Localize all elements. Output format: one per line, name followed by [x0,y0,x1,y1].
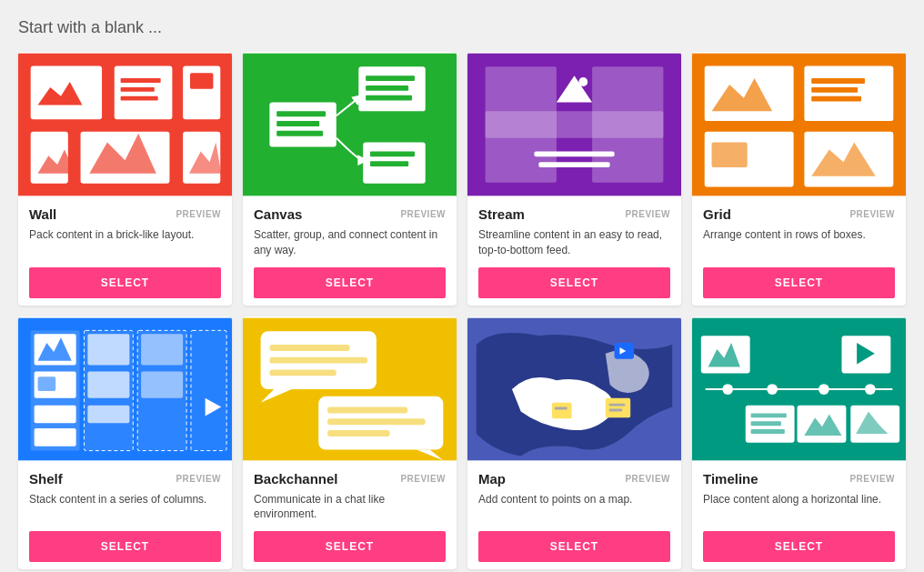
card-description-wall: Pack content in a brick-like layout. [29,227,221,258]
card-thumbnail-canvas [243,52,457,197]
svg-rect-17 [366,75,415,81]
select-button-backchannel[interactable]: SELECT [254,531,446,562]
card-name-stream: Stream [478,206,525,222]
svg-rect-26 [370,161,408,166]
svg-rect-25 [370,151,415,156]
card-thumbnail-map [467,316,681,462]
card-thumbnail-shelf [18,316,232,462]
card-body-canvas: Canvas PREVIEW Scatter, group, and conne… [243,197,457,306]
svg-point-85 [722,384,733,395]
svg-rect-21 [276,111,326,116]
layout-grid: Wall PREVIEW Pack content in a brick-lik… [18,52,906,569]
card-description-map: Add content to points on a map. [478,492,670,523]
select-button-stream[interactable]: SELECT [478,267,670,298]
card-header-stream: Stream PREVIEW [478,206,670,222]
svg-rect-74 [327,430,390,437]
card-preview-shelf[interactable]: PREVIEW [176,474,221,484]
svg-rect-34 [534,151,614,156]
svg-rect-4 [121,78,161,83]
svg-point-88 [865,384,876,395]
svg-rect-81 [552,402,572,418]
card-preview-map[interactable]: PREVIEW [625,474,670,484]
select-button-shelf[interactable]: SELECT [29,531,221,562]
page-title: Start with a blank ... [18,18,906,37]
svg-rect-5 [121,87,155,92]
svg-rect-56 [87,334,129,365]
svg-rect-41 [811,87,858,93]
card-header-canvas: Canvas PREVIEW [254,206,446,222]
card-map: Map PREVIEW Add content to points on a m… [467,316,681,570]
card-body-map: Map PREVIEW Add content to points on a m… [467,462,681,570]
svg-rect-96 [751,429,785,434]
svg-rect-67 [269,345,349,351]
svg-rect-72 [327,406,407,413]
svg-rect-73 [327,418,426,425]
svg-rect-94 [751,413,787,417]
select-button-timeline[interactable]: SELECT [703,531,895,562]
select-button-grid[interactable]: SELECT [703,267,895,298]
card-description-backchannel: Communicate in a chat like environment. [254,492,446,523]
card-header-backchannel: Backchannel PREVIEW [254,471,446,487]
svg-rect-60 [141,334,183,365]
svg-rect-53 [35,405,76,423]
svg-rect-95 [751,421,781,426]
card-preview-timeline[interactable]: PREVIEW [849,474,895,484]
card-preview-canvas[interactable]: PREVIEW [400,209,446,219]
svg-rect-35 [538,162,609,167]
card-thumbnail-wall [18,52,232,197]
card-preview-stream[interactable]: PREVIEW [625,209,670,219]
svg-rect-23 [276,131,323,136]
svg-rect-68 [269,356,367,363]
svg-rect-19 [366,95,412,101]
card-preview-grid[interactable]: PREVIEW [849,209,895,219]
card-body-backchannel: Backchannel PREVIEW Communicate in a cha… [243,462,457,570]
svg-rect-61 [141,371,183,397]
svg-rect-40 [811,78,865,84]
card-header-map: Map PREVIEW [478,471,670,487]
svg-rect-78 [606,397,630,417]
svg-rect-42 [811,96,861,102]
svg-rect-89 [701,336,750,373]
card-name-shelf: Shelf [29,471,63,487]
select-button-map[interactable]: SELECT [478,531,670,562]
svg-rect-57 [87,371,129,397]
card-body-wall: Wall PREVIEW Pack content in a brick-lik… [18,197,232,306]
svg-point-86 [767,384,778,395]
card-preview-wall[interactable]: PREVIEW [176,209,221,219]
svg-rect-18 [366,85,408,91]
card-wall: Wall PREVIEW Pack content in a brick-lik… [18,52,232,306]
card-body-shelf: Shelf PREVIEW Stack content in a series … [18,462,232,570]
card-thumbnail-grid [692,52,906,197]
select-button-wall[interactable]: SELECT [29,267,221,298]
card-canvas: Canvas PREVIEW Scatter, group, and conne… [243,52,457,306]
svg-rect-63 [191,330,226,450]
svg-rect-11 [81,132,170,184]
svg-point-87 [819,384,829,395]
svg-point-33 [578,77,588,86]
card-timeline: Timeline PREVIEW Place content along a h… [692,316,906,570]
svg-rect-80 [609,408,623,411]
card-body-stream: Stream PREVIEW Streamline content in an … [467,197,681,306]
card-header-wall: Wall PREVIEW [29,206,221,222]
card-header-grid: Grid PREVIEW [703,206,895,222]
card-preview-backchannel[interactable]: PREVIEW [400,474,446,484]
card-body-timeline: Timeline PREVIEW Place content along a h… [692,462,906,570]
card-description-shelf: Stack content in a series of columns. [29,492,221,523]
svg-rect-82 [555,406,567,409]
card-thumbnail-backchannel [243,316,457,462]
svg-rect-54 [35,428,76,447]
svg-rect-97 [798,405,847,442]
svg-rect-6 [121,96,158,101]
svg-rect-3 [115,65,173,119]
card-backchannel: Backchannel PREVIEW Communicate in a cha… [243,316,457,570]
card-name-canvas: Canvas [254,206,302,222]
svg-rect-79 [609,403,626,406]
card-header-timeline: Timeline PREVIEW [703,471,895,487]
card-thumbnail-stream [467,52,681,197]
card-grid: Grid PREVIEW Arrange content in rows of … [692,52,906,306]
card-stream: Stream PREVIEW Streamline content in an … [467,52,681,306]
select-button-canvas[interactable]: SELECT [254,267,446,298]
card-description-timeline: Place content along a horizontal line. [703,492,895,523]
svg-rect-31 [486,111,664,137]
svg-rect-58 [87,405,129,423]
